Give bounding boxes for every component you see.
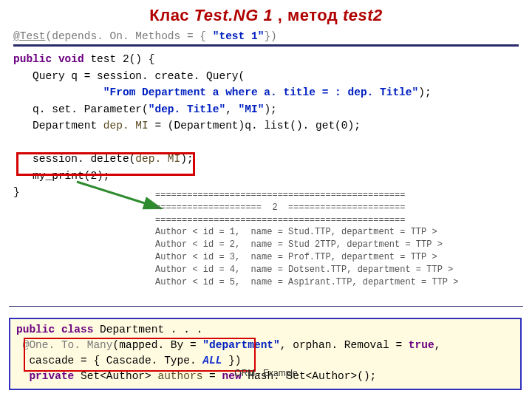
code-line-signature: public void test 2() { Query q = session… bbox=[13, 51, 519, 200]
slide-title: Клас Test.NG 1 , метод test2 bbox=[13, 6, 519, 25]
title-mid: , метод bbox=[273, 6, 343, 24]
title-pre: Клас bbox=[149, 6, 194, 24]
console-row: Author < id = 3, name = Prof.TTP, depart… bbox=[155, 252, 437, 262]
console-row: Author < id = 4, name = Dotsent.TTP, dep… bbox=[155, 265, 453, 275]
annotation-onetomany: @One. To. Many bbox=[16, 339, 113, 351]
code-block-test2: @Test(depends. On. Methods = { "test 1"}… bbox=[13, 28, 519, 44]
console-row: Author < id = 2, name = Stud 2TTP, depar… bbox=[155, 239, 443, 250]
title-class: Test.NG 1 bbox=[194, 6, 273, 24]
annotation-test: @Test bbox=[13, 30, 46, 42]
title-method: test2 bbox=[343, 6, 383, 24]
footer-text: ORM - Example bbox=[0, 368, 532, 378]
title-rule bbox=[13, 44, 519, 47]
console-output: ========================================… bbox=[155, 189, 522, 288]
code-block-department: public class Department . . . @One. To. … bbox=[9, 318, 522, 390]
divider-line bbox=[9, 306, 523, 307]
console-row: Author < id = 5, name = Aspirant.TTP, de… bbox=[155, 277, 458, 287]
console-row: Author < id = 1, name = Stud.TTP, depart… bbox=[155, 227, 437, 237]
slide: Клас Test.NG 1 , метод test2 @Test(depen… bbox=[0, 0, 532, 399]
